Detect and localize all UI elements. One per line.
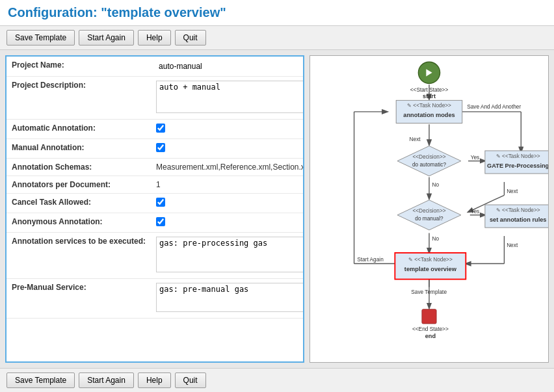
svg-text:annotation modes: annotation modes bbox=[403, 112, 455, 118]
project-desc-row: Project Description: auto + manual bbox=[7, 77, 304, 120]
svg-text:Save Template: Save Template bbox=[411, 289, 447, 295]
project-name-value bbox=[151, 57, 304, 77]
svg-text:Next: Next bbox=[410, 136, 421, 142]
project-name-row: Project Name: bbox=[7, 57, 304, 77]
content-area: Project Name: Project Description: auto … bbox=[0, 50, 554, 368]
manual-annotation-label: Manual Annotation: bbox=[7, 139, 151, 159]
svg-text:<<Decision>>: <<Decision>> bbox=[412, 207, 445, 214]
annotation-services-input[interactable]: gas: pre-processing gas bbox=[156, 237, 304, 272]
svg-marker-34 bbox=[397, 200, 461, 230]
svg-text:Save And Add Another: Save And Add Another bbox=[467, 103, 521, 110]
svg-marker-18 bbox=[426, 69, 432, 76]
top-toolbar: Save Template Start Again Help Quit bbox=[0, 26, 554, 50]
svg-text:start: start bbox=[423, 93, 436, 99]
auto-annotation-row: Automatic Annotation: bbox=[7, 120, 304, 139]
pre-manual-value: gas: pre-manual gas bbox=[151, 279, 304, 319]
svg-text:Next: Next bbox=[507, 242, 518, 248]
start-again-button-top[interactable]: Start Again bbox=[79, 30, 134, 46]
right-panel: <<Start State>> start ✎ <<Task Node>> an… bbox=[310, 55, 549, 363]
annotation-services-value: gas: pre-processing gas bbox=[151, 233, 304, 279]
svg-text:<<Start State>>: <<Start State>> bbox=[410, 86, 449, 93]
svg-point-17 bbox=[418, 62, 440, 83]
svg-rect-39 bbox=[485, 205, 548, 228]
anonymous-annotation-row: Anonymous Annotation: bbox=[7, 213, 304, 233]
svg-text:✎ <<Task Node>>: ✎ <<Task Node>> bbox=[496, 207, 540, 213]
config-form: Project Name: Project Description: auto … bbox=[7, 57, 304, 319]
svg-text:<<End State>>: <<End State>> bbox=[412, 326, 449, 332]
anonymous-annotation-label: Anonymous Annotation: bbox=[7, 213, 151, 233]
bottom-toolbar: Save Template Start Again Help Quit bbox=[0, 368, 554, 392]
svg-text:<<Decision>>: <<Decision>> bbox=[412, 153, 445, 160]
svg-text:Yes: Yes bbox=[471, 154, 480, 161]
svg-text:do automatic?: do automatic? bbox=[412, 161, 447, 168]
project-desc-value: auto + manual bbox=[151, 77, 304, 120]
quit-button-bottom[interactable]: Quit bbox=[175, 372, 206, 388]
svg-text:set annotation rules: set annotation rules bbox=[490, 216, 547, 223]
annotators-row: Annotators per Document: 1 bbox=[7, 176, 304, 194]
svg-line-4 bbox=[468, 195, 504, 212]
manual-annotation-checkbox[interactable] bbox=[156, 143, 165, 152]
annotation-schemas-label: Annotation Schemas: bbox=[7, 159, 151, 176]
svg-text:✎ <<Task Node>>: ✎ <<Task Node>> bbox=[496, 153, 540, 159]
svg-rect-43 bbox=[395, 253, 466, 280]
page-title: Configuration: "template overview" bbox=[8, 5, 546, 20]
anonymous-annotation-checkbox[interactable] bbox=[156, 217, 165, 226]
start-again-button-bottom[interactable]: Start Again bbox=[79, 372, 134, 388]
pre-manual-row: Pre-Manual Service: gas: pre-manual gas bbox=[7, 279, 304, 319]
project-name-input[interactable] bbox=[156, 60, 304, 72]
project-desc-label: Project Description: bbox=[7, 77, 151, 120]
annotation-services-row: Annotation services to be executed: gas:… bbox=[7, 233, 304, 279]
title-bar: Configuration: "template overview" bbox=[0, 0, 554, 26]
svg-text:No: No bbox=[432, 181, 440, 188]
annotators-value: 1 bbox=[151, 176, 304, 194]
auto-annotation-checkbox[interactable] bbox=[156, 124, 165, 133]
annotators-label: Annotators per Document: bbox=[7, 176, 151, 194]
svg-text:✎ <<Task Node>>: ✎ <<Task Node>> bbox=[407, 102, 451, 109]
cancel-task-value bbox=[151, 194, 304, 213]
cancel-task-checkbox[interactable] bbox=[156, 198, 165, 207]
save-template-button-top[interactable]: Save Template bbox=[7, 30, 75, 46]
save-template-button-bottom[interactable]: Save Template bbox=[7, 372, 75, 388]
anonymous-annotation-value bbox=[151, 213, 304, 233]
svg-text:do manual?: do manual? bbox=[415, 215, 443, 222]
quit-button-top[interactable]: Quit bbox=[175, 30, 206, 46]
svg-text:template overview: template overview bbox=[404, 266, 457, 272]
svg-text:GATE Pre-Processing: GATE Pre-Processing bbox=[487, 163, 548, 169]
svg-text:No: No bbox=[432, 235, 440, 242]
cancel-task-row: Cancel Task Allowed: bbox=[7, 194, 304, 213]
pre-manual-input[interactable]: gas: pre-manual gas bbox=[156, 283, 304, 312]
manual-annotation-value bbox=[151, 139, 304, 159]
annotation-services-label: Annotation services to be executed: bbox=[7, 233, 151, 279]
svg-text:Start Again: Start Again bbox=[357, 256, 384, 263]
help-button-bottom[interactable]: Help bbox=[138, 372, 171, 388]
annotation-schemas-row: Annotation Schemas: Measurement.xml,Refe… bbox=[7, 159, 304, 176]
flowchart-svg: <<Start State>> start ✎ <<Task Node>> an… bbox=[310, 56, 548, 362]
annotation-schemas-value: Measurement.xml,Reference.xml,Section.xm… bbox=[151, 159, 304, 176]
cancel-task-label: Cancel Task Allowed: bbox=[7, 194, 151, 213]
main-container: Configuration: "template overview" Save … bbox=[0, 0, 554, 392]
auto-annotation-label: Automatic Annotation: bbox=[7, 120, 151, 139]
svg-text:Next: Next bbox=[507, 188, 518, 194]
manual-annotation-row: Manual Annotation: bbox=[7, 139, 304, 159]
svg-rect-21 bbox=[396, 100, 462, 123]
project-desc-input[interactable]: auto + manual bbox=[156, 81, 304, 113]
svg-text:end: end bbox=[425, 333, 436, 339]
svg-rect-30 bbox=[485, 151, 548, 174]
help-button-top[interactable]: Help bbox=[138, 30, 171, 46]
left-panel: Project Name: Project Description: auto … bbox=[5, 55, 304, 363]
pre-manual-label: Pre-Manual Service: bbox=[7, 279, 151, 319]
auto-annotation-value bbox=[151, 120, 304, 139]
svg-text:✎ <<Task Node>>: ✎ <<Task Node>> bbox=[408, 256, 453, 263]
project-name-label: Project Name: bbox=[7, 57, 151, 77]
svg-text:Yes: Yes bbox=[471, 208, 480, 215]
svg-rect-48 bbox=[422, 309, 436, 324]
svg-marker-25 bbox=[397, 146, 461, 176]
